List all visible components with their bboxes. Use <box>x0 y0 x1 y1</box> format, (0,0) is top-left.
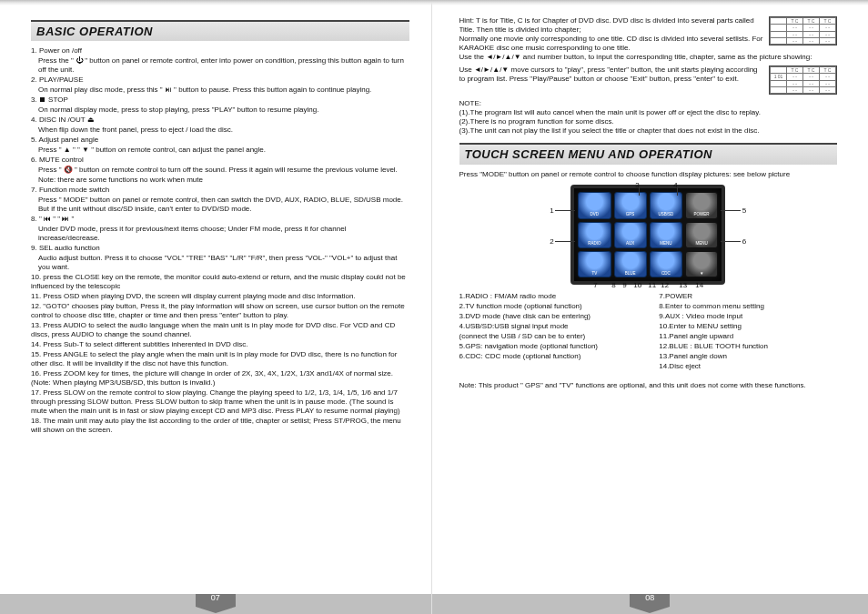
app-blue: BLUE <box>614 251 647 277</box>
app-cdc: CDC <box>650 251 682 277</box>
chapter-table-2: T CT CT C 1 01- -- -- - - -- -- - - -- -… <box>769 65 837 95</box>
app-aux: AUX <box>614 222 647 248</box>
app-gps: GPS <box>614 192 647 218</box>
app-usb: USB/SD <box>650 192 682 218</box>
footnote: Note: This product " GPS" and "TV" funct… <box>459 381 838 390</box>
legend-left: 1.RADIO : FM/AM radio mode 2.TV function… <box>459 292 638 372</box>
page-footer-left: 07 <box>0 594 431 614</box>
page-right: T CT CT C - -- -- - - -- -- - - -- -- - … <box>432 0 869 614</box>
app-angle: ▼ <box>685 251 718 277</box>
legend: 1.RADIO : FM/AM radio mode 2.TV function… <box>459 292 838 372</box>
app-menu2: MENU <box>685 222 718 248</box>
app-radio: RADIO <box>578 222 611 248</box>
app-tv: TV <box>578 251 611 277</box>
note-label: NOTE: <box>459 99 838 108</box>
app-power: POWER <box>685 192 718 218</box>
page-number-left: 07 <box>201 593 230 602</box>
left-body: 1. Power on /off Press the " ⏻ " button … <box>31 46 409 594</box>
app-dvd: DVD <box>578 192 611 218</box>
screen-diagram: 3 4 1 5 2 6 7 8 9 10 11 12 13 14 DVD GPS… <box>539 185 757 285</box>
touch-screen: DVD GPS USB/SD POWER RADIO AUX MENU MENU… <box>570 185 725 285</box>
heading-basic-operation: BASIC OPERATION <box>31 20 409 41</box>
chapter-table-1: T CT CT C - -- -- - - -- -- - - -- -- - <box>769 16 837 45</box>
heading-touch-screen: TOUCH SCREEN MENU AND OPERATION <box>459 143 838 165</box>
right-body: T CT CT C - -- -- - - -- -- - - -- -- - … <box>459 16 838 594</box>
app-menu1: MENU <box>650 222 682 248</box>
legend-right: 7.POWER 8.Enter to common menu setting 9… <box>659 292 837 372</box>
page-left: BASIC OPERATION 1. Power on /off Press t… <box>0 0 432 614</box>
page-footer-right: 08 <box>432 594 869 614</box>
page-number-right: 08 <box>635 593 664 602</box>
